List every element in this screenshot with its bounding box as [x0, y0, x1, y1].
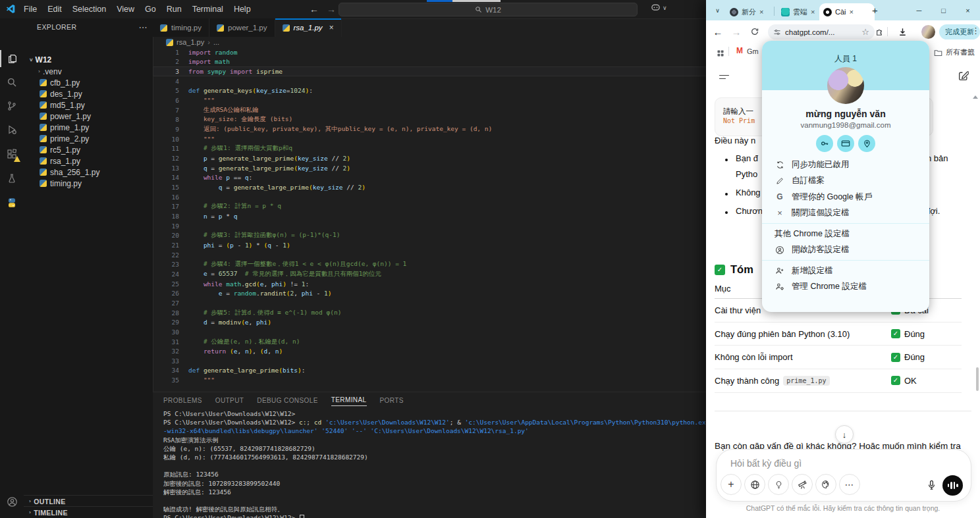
explorer-icon[interactable]: [0, 49, 24, 68]
tree-item-prime_2-py[interactable]: prime_2.py: [24, 133, 153, 144]
tree-item-venv[interactable]: › .venv: [24, 66, 153, 77]
scrollbar-up-icon[interactable]: [973, 95, 978, 99]
code-text: p = generate_large_prime(key_size // 2): [188, 155, 350, 162]
popup-item[interactable]: 自訂檔案: [762, 173, 929, 190]
panel-tab-problems[interactable]: PROBLEMS: [163, 395, 202, 406]
card-button[interactable]: [837, 135, 854, 152]
breadcrumb[interactable]: rsa_1.py › ...: [166, 37, 219, 47]
popup-item[interactable]: ×關閉這個設定檔: [762, 205, 929, 222]
outline-section[interactable]: › OUTLINE: [24, 495, 153, 507]
tree-item-cfb_1-py[interactable]: cfb_1.py: [24, 77, 153, 88]
tab-close-icon[interactable]: ×: [850, 8, 854, 16]
back-icon[interactable]: ←: [310, 4, 319, 14]
image-icon[interactable]: [815, 474, 836, 495]
testing-icon[interactable]: [0, 168, 24, 188]
telescope-icon[interactable]: [792, 474, 813, 495]
tab-search-icon[interactable]: ∨: [711, 4, 724, 16]
all-bookmarks[interactable]: 所有書籤: [934, 47, 975, 57]
globe-icon[interactable]: [744, 474, 765, 495]
popup-item[interactable]: 同步功能已啟用: [762, 157, 929, 173]
maximize-button[interactable]: □: [931, 0, 956, 20]
menu-go[interactable]: Go: [140, 3, 161, 16]
profile-avatar[interactable]: [921, 25, 935, 39]
address-bar[interactable]: chatgpt.com/... ☆: [768, 24, 875, 39]
close-button[interactable]: ×: [956, 0, 980, 20]
site-info-icon[interactable]: [773, 28, 781, 36]
browser-menu-kebab-icon[interactable]: ⋮: [971, 26, 980, 36]
menu-terminal[interactable]: Terminal: [187, 3, 229, 16]
popup-item[interactable]: 新增設定檔: [762, 263, 929, 279]
tree-item-prime_1-py[interactable]: prime_1.py: [24, 122, 153, 133]
line-number: 30: [153, 328, 179, 336]
popup-item[interactable]: 管理 Chrome 設定檔: [762, 279, 929, 296]
plus-icon[interactable]: +: [721, 474, 742, 495]
panel-tab-output[interactable]: OUTPUT: [215, 395, 244, 406]
menu-selection[interactable]: Selection: [67, 3, 111, 16]
new-chat-icon[interactable]: [958, 70, 969, 82]
timeline-section[interactable]: › TIMELINE: [24, 506, 153, 518]
tree-item-des_1-py[interactable]: des_1.py: [24, 88, 153, 99]
page-scrollbar[interactable]: [976, 367, 979, 391]
tab-timing-py[interactable]: timing.py: [153, 18, 209, 37]
mic-icon[interactable]: [927, 480, 937, 490]
run-debug-icon[interactable]: [0, 120, 24, 140]
extensions-puzzle-icon[interactable]: [873, 25, 886, 38]
back-icon[interactable]: ←: [711, 25, 724, 38]
search-sidebar-icon[interactable]: [0, 72, 24, 92]
browser-tab-2[interactable]: 雲端×: [777, 3, 823, 20]
reload-icon[interactable]: [748, 25, 761, 38]
code-text: def generate_large_prime(bits):: [188, 367, 305, 374]
popup-item[interactable]: 開啟訪客設定檔: [762, 242, 929, 259]
menu-view[interactable]: View: [111, 3, 140, 16]
menu-run[interactable]: Run: [161, 3, 187, 16]
menu-file[interactable]: File: [18, 3, 42, 16]
tree-item-rc5_1-py[interactable]: rc5_1.py: [24, 144, 153, 155]
menu-help[interactable]: Help: [229, 3, 256, 16]
panel-tab-terminal[interactable]: TERMINAL: [331, 394, 367, 406]
account-icon[interactable]: [0, 492, 24, 511]
forward-icon[interactable]: →: [327, 4, 336, 14]
tab-rsa_1-py[interactable]: rsa_1.py×: [275, 18, 342, 37]
tree-item-md5_1-py[interactable]: md5_1.py: [24, 99, 153, 111]
chat-composer[interactable]: Hỏi bất kỳ điều gì +⋯: [716, 449, 971, 502]
code-block-text: 請輸入一: [723, 107, 753, 117]
line-number: 16: [153, 194, 179, 201]
tree-item-timing-py[interactable]: timing.py: [24, 178, 153, 189]
copilot-menu[interactable]: ∨: [651, 3, 667, 12]
bookmark-star-icon[interactable]: ☆: [861, 27, 869, 37]
tab-close-icon[interactable]: ×: [759, 8, 763, 16]
panel-tab-debug-console[interactable]: DEBUG CONSOLE: [257, 395, 317, 406]
voice-mode-button[interactable]: [942, 475, 963, 496]
popup-item[interactable]: G管理你的 Google 帳戶: [762, 189, 929, 205]
tree-item-rsa_1-py[interactable]: rsa_1.py: [24, 155, 153, 167]
source-control-icon[interactable]: [0, 96, 24, 116]
bookmark-gmail[interactable]: Gm: [747, 47, 759, 55]
minimize-button[interactable]: ─: [907, 0, 931, 20]
download-icon[interactable]: [896, 25, 909, 38]
tab-power_1-py[interactable]: power_1.py: [209, 18, 275, 37]
location-button[interactable]: [858, 135, 875, 152]
browser-tab-1[interactable]: 新分×: [726, 3, 781, 20]
panel-tab-ports[interactable]: PORTS: [380, 395, 404, 406]
popup-item-label: 自訂檔案: [792, 175, 825, 186]
close-icon[interactable]: ×: [329, 23, 334, 32]
apps-grid-icon[interactable]: [714, 47, 727, 60]
command-center-search[interactable]: W12: [339, 3, 638, 16]
tree-root-w12[interactable]: ∨ W12: [24, 54, 153, 66]
explorer-more-icon[interactable]: ⋯: [139, 22, 148, 32]
more-icon[interactable]: ⋯: [839, 474, 860, 495]
lightbulb-icon[interactable]: [768, 474, 789, 495]
menu-edit[interactable]: Edit: [42, 3, 67, 16]
extensions-icon[interactable]: [0, 144, 24, 164]
forward-icon[interactable]: →: [730, 25, 743, 38]
key-button[interactable]: [816, 135, 833, 152]
new-tab-icon[interactable]: +: [872, 5, 878, 16]
tree-item-sha_256_1-py[interactable]: sha_256_1.py: [24, 167, 153, 178]
browser-tab-3[interactable]: Cài×: [819, 3, 875, 20]
python-extension-icon[interactable]: [0, 193, 24, 213]
tree-item-power_1-py[interactable]: power_1.py: [24, 111, 153, 122]
breadcrumb-file: rsa_1.py: [177, 38, 204, 46]
sidebar-toggle-icon[interactable]: [719, 72, 729, 82]
tab-close-icon[interactable]: ×: [811, 8, 815, 16]
tab-label: timing.py: [171, 24, 202, 32]
